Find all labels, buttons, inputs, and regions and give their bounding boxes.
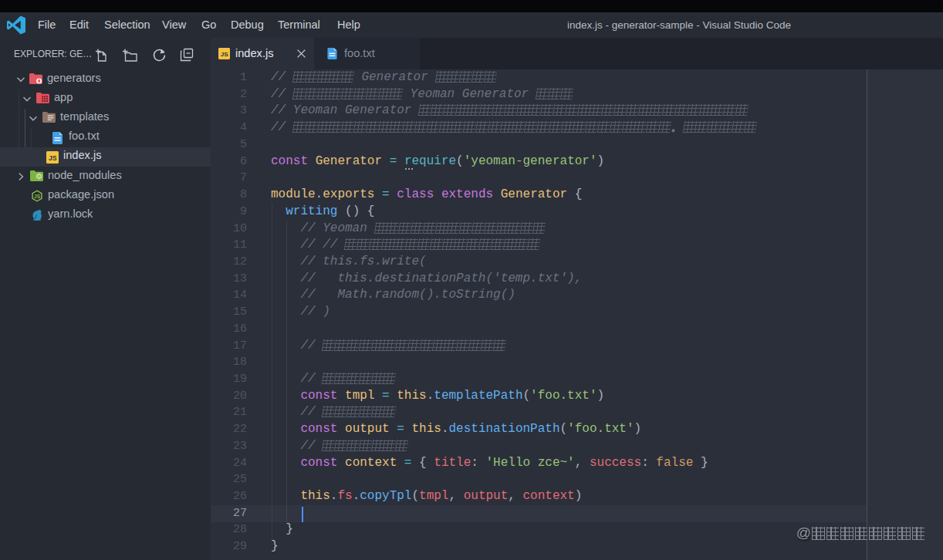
svg-text:JS: JS <box>34 194 41 199</box>
